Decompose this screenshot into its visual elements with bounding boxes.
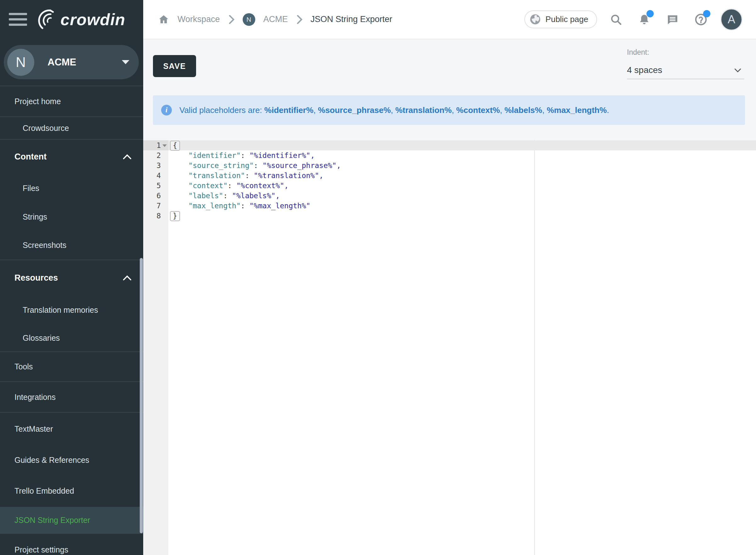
sidebar-item-crowdsource[interactable]: Crowdsource bbox=[0, 117, 143, 139]
crowdin-logo[interactable]: crowdin bbox=[35, 8, 125, 31]
sidebar-item-json-string-exporter[interactable]: JSON String Exporter bbox=[0, 507, 143, 533]
line-number: 8 bbox=[143, 211, 168, 221]
token-value: "%translation%", bbox=[254, 171, 324, 180]
code-editor[interactable]: 1{2 "identifier": "%identifier%",3 "sour… bbox=[143, 140, 756, 555]
public-page-label: Public page bbox=[545, 14, 588, 24]
sidebar-item-label: Resources bbox=[14, 273, 58, 283]
sidebar-item-project-home[interactable]: Project home bbox=[0, 86, 143, 117]
chevron-right-icon bbox=[228, 15, 235, 24]
sidebar-item-textmaster[interactable]: TextMaster bbox=[0, 413, 143, 445]
editor-line[interactable]: 5 "context": "%context%", bbox=[143, 181, 756, 191]
sidebar-item-integrations[interactable]: Integrations bbox=[0, 382, 143, 412]
line-number: 6 bbox=[143, 191, 168, 201]
indent-label: Indent: bbox=[627, 48, 744, 57]
sidebar-item-guides-references[interactable]: Guides & References bbox=[0, 445, 143, 475]
editor-line[interactable]: 8} bbox=[143, 211, 756, 221]
info-banner-text: Valid placeholders are: %identifier%, %s… bbox=[179, 105, 609, 115]
help-button[interactable] bbox=[694, 12, 708, 27]
token-value: "%max_length%" bbox=[249, 202, 310, 210]
token-plain: : bbox=[241, 151, 250, 160]
placeholder-token: %identifier% bbox=[264, 105, 313, 115]
chevron-up-icon bbox=[122, 274, 132, 281]
main-content: SAVE Indent: 4 spaces i Valid placeholde… bbox=[143, 39, 756, 555]
token-plain: : bbox=[254, 161, 262, 170]
search-button[interactable] bbox=[609, 12, 623, 27]
token-value: "%source_phrase%", bbox=[262, 161, 341, 170]
code-line-content: "labels": "%labels%", bbox=[168, 191, 756, 201]
save-button[interactable]: SAVE bbox=[153, 55, 196, 77]
token-value: "%identifier%", bbox=[249, 151, 315, 160]
placeholder-token: %labels% bbox=[505, 105, 542, 115]
help-dot bbox=[703, 10, 710, 17]
crowdin-wordmark: crowdin bbox=[60, 10, 125, 29]
chevron-up-icon bbox=[122, 153, 132, 160]
project-switcher[interactable]: N ACME bbox=[4, 45, 139, 79]
sidebar-item-strings[interactable]: Strings bbox=[0, 203, 143, 231]
editor-lines: 1{2 "identifier": "%identifier%",3 "sour… bbox=[143, 140, 756, 221]
placeholder-token: %max_length% bbox=[547, 105, 607, 115]
editor-line[interactable]: 7 "max_length": "%max_length%" bbox=[143, 201, 756, 211]
breadcrumb: Workspace N ACME JSON String Exporter bbox=[158, 13, 392, 26]
sidebar-item-label: Project home bbox=[14, 97, 61, 106]
code-line-content: "identifier": "%identifier%", bbox=[168, 151, 756, 161]
sidebar-item-resources[interactable]: Resources bbox=[0, 260, 143, 295]
sidebar-item-glossaries[interactable]: Glossaries bbox=[0, 325, 143, 351]
hamburger-menu-icon[interactable] bbox=[9, 13, 27, 26]
sidebar-item-tools[interactable]: Tools bbox=[0, 352, 143, 381]
line-number: 3 bbox=[143, 161, 168, 171]
sidebar-item-label: Project settings bbox=[14, 545, 68, 554]
sidebar-item-label: Integrations bbox=[14, 393, 56, 402]
token-key: "context" bbox=[188, 181, 227, 190]
sidebar-item-label: Glossaries bbox=[23, 334, 60, 343]
editor-line[interactable]: 1{ bbox=[143, 140, 756, 151]
user-avatar[interactable]: A bbox=[720, 8, 743, 31]
editor-line[interactable]: 3 "source_string": "%source_phrase%", bbox=[143, 161, 756, 171]
sidebar-scrollbar[interactable] bbox=[140, 258, 143, 533]
info-icon: i bbox=[161, 105, 172, 116]
sidebar-item-label: Content bbox=[14, 152, 47, 162]
sidebar-item-trello-embedded[interactable]: Trello Embedded bbox=[0, 475, 143, 507]
indent-select[interactable]: 4 spaces bbox=[627, 62, 744, 79]
token-plain bbox=[171, 171, 188, 180]
indent-setting: Indent: 4 spaces bbox=[627, 48, 744, 79]
sidebar-item-label: Guides & References bbox=[14, 456, 89, 465]
notifications-button[interactable] bbox=[637, 12, 651, 27]
token-plain bbox=[171, 181, 188, 190]
token-key: "identifier" bbox=[188, 151, 241, 160]
breadcrumb-project[interactable]: ACME bbox=[263, 14, 288, 24]
code-line-content: } bbox=[168, 211, 756, 221]
search-icon bbox=[610, 13, 622, 26]
token-key: "max_length" bbox=[188, 202, 241, 210]
sidebar-item-label: Translation memories bbox=[23, 305, 98, 315]
code-line-content: "source_string": "%source_phrase%", bbox=[168, 161, 756, 171]
page-title: JSON String Exporter bbox=[311, 14, 392, 24]
breadcrumb-workspace[interactable]: Workspace bbox=[177, 14, 220, 24]
editor-line[interactable]: 4 "translation": "%translation%", bbox=[143, 171, 756, 181]
sidebar-item-screenshots[interactable]: Screenshots bbox=[0, 231, 143, 260]
messages-button[interactable] bbox=[666, 12, 679, 27]
sidebar-item-files[interactable]: Files bbox=[0, 174, 143, 203]
code-line-content: "context": "%context%", bbox=[168, 181, 756, 191]
fold-caret-icon[interactable] bbox=[162, 144, 167, 147]
topbar-actions: Public page bbox=[524, 8, 743, 31]
sidebar-item-label: Screenshots bbox=[23, 241, 67, 250]
token-key: "source_string" bbox=[188, 161, 254, 170]
notification-dot bbox=[646, 10, 654, 17]
sidebar-item-label: Crowdsource bbox=[23, 124, 69, 133]
editor-line[interactable]: 6 "labels": "%labels%", bbox=[143, 191, 756, 201]
sidebar-item-content[interactable]: Content bbox=[0, 140, 143, 174]
indent-value: 4 spaces bbox=[627, 65, 662, 75]
token-value: "%context%", bbox=[236, 181, 289, 190]
line-number: 7 bbox=[143, 201, 168, 211]
token-brace: { bbox=[170, 141, 180, 151]
crowdin-app: crowdin N ACME Project homeCrowdsourceCo… bbox=[0, 0, 756, 555]
chevron-right-icon bbox=[296, 15, 302, 24]
sidebar-item-project-settings[interactable]: Project settings bbox=[0, 534, 143, 555]
editor-line[interactable]: 2 "identifier": "%identifier%", bbox=[143, 151, 756, 161]
sidebar: crowdin N ACME Project homeCrowdsourceCo… bbox=[0, 0, 143, 555]
breadcrumb-project-badge[interactable]: N bbox=[243, 13, 255, 26]
token-value: "%labels%", bbox=[232, 191, 280, 200]
public-page-button[interactable]: Public page bbox=[524, 10, 597, 28]
home-icon[interactable] bbox=[158, 14, 169, 25]
sidebar-item-translation-memories[interactable]: Translation memories bbox=[0, 295, 143, 325]
